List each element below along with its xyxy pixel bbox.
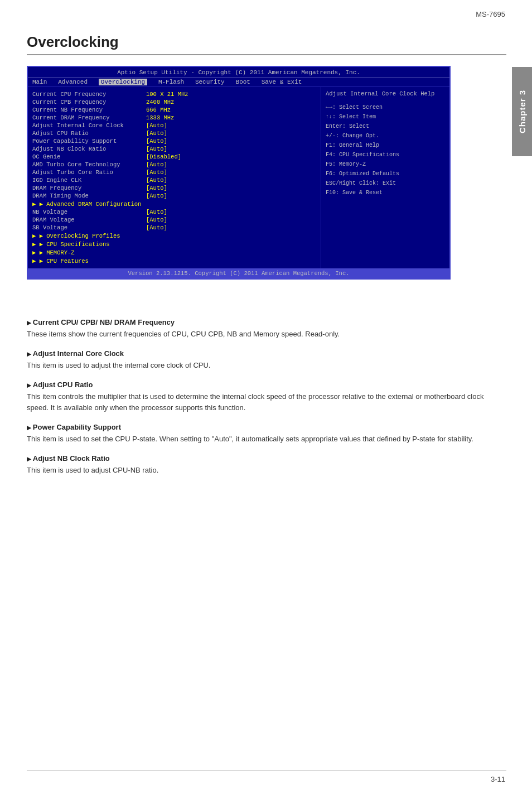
- key-hint: F6: Optimized Defaults: [326, 169, 445, 179]
- page-number: 3-11: [491, 775, 505, 783]
- bios-row-value: [Auto]: [146, 122, 167, 129]
- description-section: Adjust CPU RatioThis item controls the m…: [27, 381, 506, 415]
- bios-row-label: ▶ CPU Features: [32, 257, 144, 264]
- bios-row-label: DRAM Timing Mode: [32, 192, 144, 199]
- bios-row-value: [Auto]: [146, 161, 167, 168]
- bios-row[interactable]: ▶ CPU Specifications: [32, 240, 316, 248]
- bios-row-label: DRAM Voltage: [32, 216, 144, 223]
- section-body: This item is used to adjust the internal…: [27, 360, 506, 372]
- bios-row[interactable]: Adjust NB Clock Ratio[Auto]: [32, 145, 316, 153]
- bios-row-label: ▶ Overclocking Profiles: [32, 232, 144, 239]
- section-title: Adjust NB Clock Ratio: [27, 454, 506, 463]
- key-hint: F1: General Help: [326, 141, 445, 150]
- bios-row-value: [Auto]: [146, 146, 167, 152]
- bios-row[interactable]: Adjust CPU Ratio[Auto]: [32, 129, 316, 137]
- bios-left-panel: Current CPU Frequency100 X 21 MHzCurrent…: [28, 87, 321, 268]
- key-hint: F10: Save & Reset: [326, 188, 445, 198]
- section-body: These items show the current frequencies…: [27, 329, 506, 340]
- menu-mflash[interactable]: M-Flash: [158, 79, 184, 85]
- bios-row-label: SB Voltage: [32, 224, 144, 231]
- menu-advanced[interactable]: Advanced: [58, 79, 88, 85]
- bios-row-label: Adjust Turbo Core Ratio: [32, 169, 144, 176]
- bios-row[interactable]: ▶ Overclocking Profiles: [32, 232, 316, 240]
- section-title: Power Capability Support: [27, 423, 506, 431]
- bios-row[interactable]: ▶ MEMORY-Z: [32, 248, 316, 257]
- description-section: Adjust NB Clock RatioThis item is used t…: [27, 454, 506, 476]
- bios-row[interactable]: Power Capability Support[Auto]: [32, 137, 316, 145]
- bios-row-label: OC Genie: [32, 153, 144, 160]
- bios-row-value: [Auto]: [146, 224, 167, 231]
- bios-row[interactable]: Adjust Turbo Core Ratio[Auto]: [32, 169, 316, 176]
- bottom-line: [27, 771, 506, 771]
- section-body: This item controls the multiplier that i…: [27, 391, 506, 415]
- bios-help-text: Adjust Internal Core Clock Help: [326, 90, 445, 97]
- key-hint: ESC/Right Click: Exit: [326, 179, 445, 188]
- bios-row[interactable]: Current CPB Frequency2400 MHz: [32, 98, 316, 106]
- menu-main[interactable]: Main: [32, 79, 47, 85]
- bios-row[interactable]: OC Genie[Disabled]: [32, 153, 316, 161]
- bios-row-label: Current NB Frequency: [32, 107, 144, 113]
- bios-row-value: [Auto]: [146, 185, 167, 191]
- key-hint: ←→: Select Screen: [326, 103, 445, 112]
- bios-row[interactable]: ▶ CPU Features: [32, 257, 316, 265]
- bios-row-label: AMD Turbo Core Technology: [32, 161, 144, 168]
- bios-row-label: ▶ CPU Specifications: [32, 240, 144, 248]
- bios-row-label: Current CPU Frequency: [32, 91, 144, 98]
- bios-row-value: [Auto]: [146, 209, 167, 215]
- model-number: MS-7695: [476, 10, 505, 18]
- bios-row-value: [Auto]: [146, 192, 167, 199]
- page-title: Overclocking: [27, 33, 506, 55]
- bios-footer: Version 2.13.1215. Copyright (C) 2011 Am…: [28, 268, 449, 278]
- menu-overclocking[interactable]: Overclocking: [99, 79, 147, 85]
- key-hint: ↑↓: Select Item: [326, 112, 445, 122]
- menu-save-exit[interactable]: Save & Exit: [262, 79, 302, 85]
- bios-main-area: Current CPU Frequency100 X 21 MHzCurrent…: [28, 87, 449, 268]
- description-section: Power Capability SupportThis item is use…: [27, 423, 506, 445]
- bios-key-hints: ←→: Select Screen↑↓: Select ItemEnter: S…: [326, 103, 445, 198]
- bios-menu-bar: Main Advanced Overclocking M-Flash Secur…: [28, 78, 449, 87]
- bios-row[interactable]: SB Voltage[Auto]: [32, 224, 316, 232]
- bios-row-label: Adjust NB Clock Ratio: [32, 146, 144, 152]
- chapter-tab: Chapter 3: [512, 67, 532, 156]
- bios-row-label: Adjust CPU Ratio: [32, 130, 144, 137]
- bios-row[interactable]: Current DRAM Frequency1333 MHz: [32, 114, 316, 122]
- bios-screenshot: Aptio Setup Utility - Copyright (C) 2011…: [27, 66, 451, 280]
- bios-row[interactable]: DRAM Voltage[Auto]: [32, 216, 316, 224]
- bios-row-value: [Auto]: [146, 177, 167, 184]
- bios-row[interactable]: AMD Turbo Core Technology[Auto]: [32, 161, 316, 169]
- bios-row-label: Current CPB Frequency: [32, 99, 144, 105]
- description-section: Current CPU/ CPB/ NB/ DRAM FrequencyThes…: [27, 318, 506, 340]
- bios-row-value: [Auto]: [146, 138, 167, 145]
- bios-row[interactable]: Current NB Frequency666 MHz: [32, 106, 316, 114]
- bios-row[interactable]: DRAM Timing Mode[Auto]: [32, 192, 316, 200]
- section-title: Current CPU/ CPB/ NB/ DRAM Frequency: [27, 318, 506, 326]
- bios-row-label: Current DRAM Frequency: [32, 114, 144, 121]
- bios-row-label: Adjust Internal Core Clock: [32, 122, 144, 129]
- bios-row-label: ▶ Advanced DRAM Configuration: [32, 200, 144, 208]
- section-body: This item is used to adjust CPU-NB ratio…: [27, 465, 506, 476]
- section-title: Adjust CPU Ratio: [27, 381, 506, 389]
- bios-row-value: [Disabled]: [146, 153, 181, 160]
- bios-row[interactable]: Adjust Internal Core Clock[Auto]: [32, 122, 316, 129]
- bios-row-value: 2400 MHz: [146, 99, 174, 105]
- menu-boot[interactable]: Boot: [236, 79, 250, 85]
- bios-row-label: Power Capability Support: [32, 138, 144, 145]
- description-area: Current CPU/ CPB/ NB/ DRAM FrequencyThes…: [27, 318, 506, 485]
- bios-row[interactable]: IGD Engine CLK[Auto]: [32, 176, 316, 184]
- bios-row-label: DRAM Frequency: [32, 185, 144, 191]
- bios-right-panel: Adjust Internal Core Clock Help ←→: Sele…: [321, 87, 449, 268]
- bios-row-label: ▶ MEMORY-Z: [32, 249, 144, 256]
- bios-row[interactable]: DRAM Frequency[Auto]: [32, 184, 316, 192]
- section-title: Adjust Internal Core Clock: [27, 349, 506, 358]
- bios-row[interactable]: NB Voltage[Auto]: [32, 208, 316, 216]
- bios-row-value: [Auto]: [146, 169, 167, 176]
- bios-row-label: IGD Engine CLK: [32, 177, 144, 184]
- section-body: This item is used to set the CPU P-state…: [27, 434, 506, 445]
- bios-row[interactable]: ▶ Advanced DRAM Configuration: [32, 200, 316, 208]
- key-hint: F4: CPU Specifications: [326, 150, 445, 160]
- bios-row[interactable]: Current CPU Frequency100 X 21 MHz: [32, 90, 316, 98]
- key-hint: Enter: Select: [326, 122, 445, 131]
- key-hint: F5: Memory-Z: [326, 160, 445, 169]
- menu-security[interactable]: Security: [195, 79, 225, 85]
- bios-row-value: 1333 MHz: [146, 114, 174, 121]
